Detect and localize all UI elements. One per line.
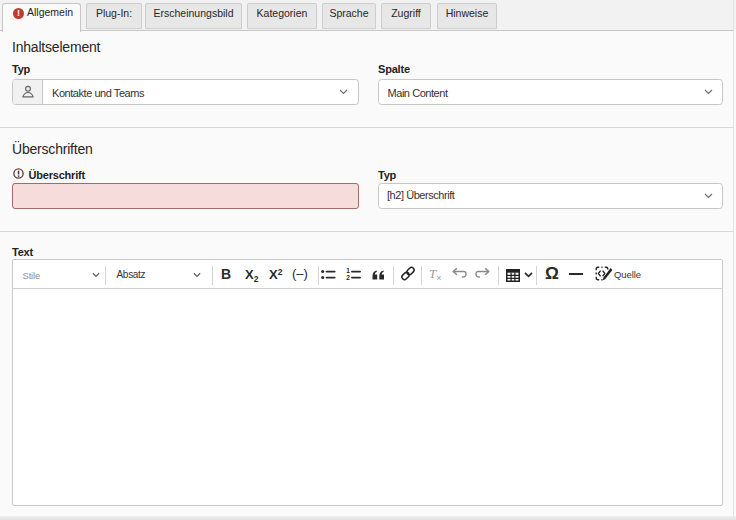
svg-text:2: 2 — [346, 274, 350, 280]
